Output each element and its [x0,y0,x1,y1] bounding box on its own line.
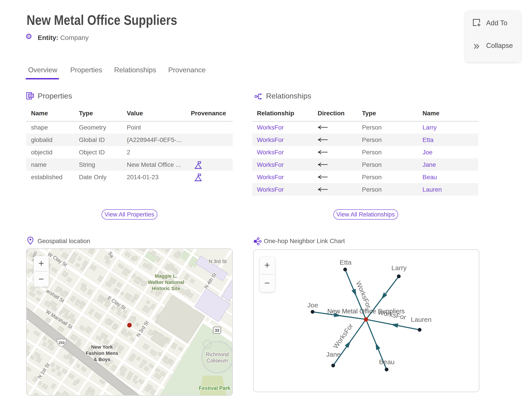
svg-text:Larry: Larry [391,264,406,271]
svg-text:WorksFor: WorksFor [331,322,354,350]
svg-text:250: 250 [59,341,65,345]
svg-text:33: 33 [215,328,219,333]
svg-text:Walker National: Walker National [148,279,184,285]
svg-text:Richmond: Richmond [206,351,229,357]
svg-text:Maggie L.: Maggie L. [155,273,177,279]
svg-text:N 3rd St: N 3rd St [209,259,227,264]
svg-text:Jane: Jane [326,351,340,358]
svg-text:Etta: Etta [339,258,351,266]
svg-text:New Metal Office Suppliers: New Metal Office Suppliers [327,307,404,315]
svg-text:Beau: Beau [379,358,394,365]
svg-text:Lauren: Lauren [411,316,431,323]
svg-text:& Boys: & Boys [93,357,110,362]
svg-text:Historic Site: Historic Site [152,286,180,291]
svg-text:Fashion Mens: Fashion Mens [86,351,118,356]
svg-text:WorksFor: WorksFor [354,280,372,309]
svg-text:Joe: Joe [307,301,318,309]
svg-text:New York: New York [91,344,113,350]
svg-text:Festival Park: Festival Park [199,385,230,391]
svg-text:Coliseum: Coliseum [206,358,228,364]
